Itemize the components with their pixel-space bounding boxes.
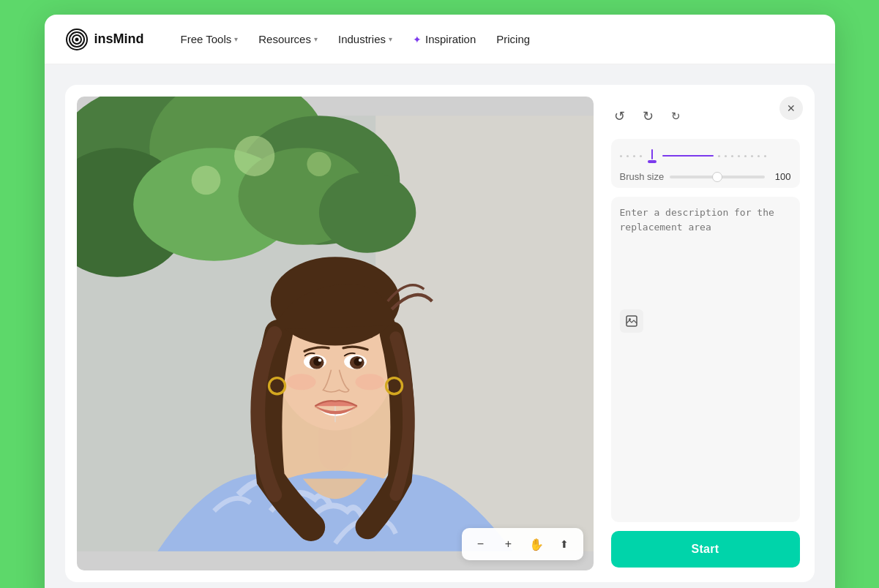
image-toolbar: − + ✋ ⬆ [462, 528, 583, 560]
svg-point-15 [307, 152, 331, 176]
logo-icon [65, 28, 89, 51]
nav-item-resources[interactable]: Resources ▾ [251, 29, 325, 50]
slider-dot [751, 155, 753, 157]
chevron-down-icon: ▾ [389, 35, 392, 43]
main-content: − + ✋ ⬆ ✕ [45, 64, 835, 588]
refresh-icon: ↻ [671, 110, 681, 123]
image-reference-button[interactable] [620, 309, 643, 333]
svg-point-14 [191, 166, 220, 195]
slider-dot [725, 155, 727, 157]
svg-point-31 [355, 374, 384, 390]
undo-button[interactable]: ↺ [611, 105, 628, 127]
photo-svg [77, 97, 594, 570]
refresh-button[interactable]: ↻ [668, 107, 684, 126]
close-button[interactable]: ✕ [779, 97, 803, 120]
slider-dot [731, 155, 733, 157]
slider-dot [744, 155, 747, 157]
slider-dot [738, 155, 740, 157]
description-textarea[interactable] [620, 206, 791, 301]
redo-icon: ↻ [643, 108, 654, 124]
slider-dot [626, 155, 629, 157]
hand-tool-button[interactable]: ✋ [525, 532, 548, 556]
slider-dot [633, 155, 635, 157]
close-icon: ✕ [787, 102, 796, 114]
slider-dot [620, 155, 622, 157]
brush-size-row: Brush size 100 [620, 168, 791, 185]
brush-size-label: Brush size [620, 171, 665, 182]
svg-point-12 [318, 172, 415, 252]
description-footer [620, 304, 791, 333]
zoom-out-icon: − [477, 538, 484, 551]
svg-point-26 [318, 358, 321, 361]
undo-redo-row: ↺ ↻ ↻ [611, 99, 771, 130]
brush-size-slider[interactable] [670, 176, 764, 178]
right-panel: ✕ ↺ ↻ ↻ [605, 97, 803, 570]
slider-track [620, 145, 791, 167]
navbar: insMind Free Tools ▾ Resources ▾ Industr… [45, 15, 835, 64]
nav-item-industries[interactable]: Industries ▾ [331, 29, 400, 50]
logo-text: insMind [94, 31, 144, 47]
zoom-out-button[interactable]: − [469, 532, 493, 556]
brush-size-value: 100 [771, 171, 791, 182]
zoom-in-icon: + [505, 538, 512, 551]
nav-item-pricing[interactable]: Pricing [489, 29, 537, 50]
upload-button[interactable]: ⬆ [553, 532, 576, 556]
browser-window: insMind Free Tools ▾ Resources ▾ Industr… [45, 15, 835, 588]
image-area: − + ✋ ⬆ [77, 97, 594, 570]
zoom-in-button[interactable]: + [497, 532, 520, 556]
editor-card: − + ✋ ⬆ ✕ [65, 85, 815, 582]
nav-item-free-tools[interactable]: Free Tools ▾ [173, 29, 246, 50]
svg-point-33 [629, 318, 631, 320]
svg-point-13 [234, 136, 274, 176]
photo-wrapper [77, 97, 594, 570]
upload-icon: ⬆ [560, 538, 569, 550]
slider-dot [718, 155, 720, 157]
svg-rect-32 [626, 316, 637, 326]
start-button[interactable]: Start [611, 531, 800, 568]
sparkle-icon: ✦ [413, 34, 422, 45]
logo[interactable]: insMind [65, 28, 144, 51]
undo-icon: ↺ [614, 108, 625, 124]
image-frame-icon [626, 315, 637, 327]
svg-point-30 [286, 374, 315, 390]
svg-point-3 [75, 37, 78, 41]
nav-item-inspiration[interactable]: ✦ Inspiration [405, 29, 483, 50]
redo-button[interactable]: ↻ [640, 105, 657, 127]
slider-dot [764, 155, 766, 157]
chevron-down-icon: ▾ [314, 35, 318, 43]
slider-dot [758, 155, 760, 157]
brush-slider-area: Brush size 100 [611, 139, 800, 188]
nav-links: Free Tools ▾ Resources ▾ Industries ▾ ✦ … [173, 29, 538, 50]
slider-dot [640, 155, 642, 157]
svg-point-27 [358, 358, 361, 361]
description-area [611, 197, 800, 522]
chevron-down-icon: ▾ [234, 35, 238, 43]
hand-icon: ✋ [529, 538, 544, 551]
